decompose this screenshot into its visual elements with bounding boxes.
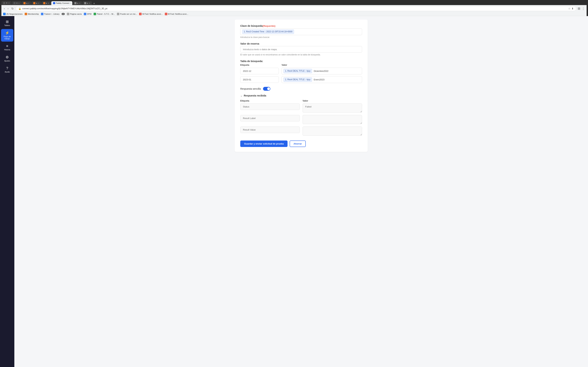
valor-chip-field-1[interactable]: 1. Res4 DEAL TITLE：kjuy Diciembre2022	[282, 68, 362, 75]
result-label-status	[240, 103, 300, 113]
lookup-table-section: Tabla de búsqueda: Etiqueta Valor 1. Res…	[240, 60, 362, 83]
save-button[interactable]: Ahorrar	[290, 141, 306, 147]
tab-7[interactable]: a✕	[73, 1, 82, 5]
result-value-status: Failed	[303, 103, 362, 113]
lookup-row-1: 1. Res4 DEAL TITLE：kjuy Diciembre2022	[240, 68, 362, 75]
search-key-hint: Introduzca la clave para buscar.	[240, 36, 362, 38]
sidebar-item-flujos[interactable]: ⚡ Flujos de trabajo	[1, 29, 13, 42]
result-col-header-valor: Valor	[303, 100, 362, 102]
valor-text-2: Enero2023	[314, 78, 324, 81]
result-row-label	[240, 115, 362, 125]
address-icons: ☆ ⬇	[568, 7, 574, 10]
valor-chip-field-2[interactable]: 1. Res4 DEAL TITLE：kjuy Enero2023	[282, 76, 362, 83]
bookmark-24[interactable]: 24	[62, 13, 65, 15]
tab-3[interactable]: a✕	[22, 1, 31, 5]
result-value-value	[303, 126, 362, 136]
result-col-header-etiqueta: Etiqueta	[240, 100, 300, 102]
respuesta-sencilla-row: Respuesta sencilla	[240, 87, 362, 91]
forward-button[interactable]: ›	[7, 6, 9, 11]
button-row: Guardar y enviar solicitud de prueba Aho…	[240, 141, 362, 147]
tab-close[interactable]: ✕	[8, 2, 10, 4]
tab-4[interactable]: a✕	[32, 1, 41, 5]
tab-1[interactable]: ✕✕	[1, 1, 11, 5]
result-row-value	[240, 126, 362, 136]
star-icon[interactable]: ☆	[568, 7, 571, 10]
browser-chrome: ✕✕ X✕ a✕ a✕ a✕ Pabbly Connect✕ a✕ a✕ + ‹…	[0, 0, 588, 16]
sidebar-item-tablero[interactable]: ⊞ Tablero	[1, 18, 13, 28]
new-tab-button[interactable]: +	[92, 2, 96, 5]
tablero-icon: ⊞	[6, 20, 9, 24]
back-button[interactable]: ‹	[3, 6, 5, 11]
bookmark-negociaciones[interactable]: f (8) Negociaciones	[3, 13, 23, 15]
bookmark-fwd1[interactable]: M M Fwd: Notifica avve...	[139, 13, 163, 15]
etiqueta-field-2	[240, 76, 279, 83]
sidebar-item-ajustes[interactable]: ⚙ Ajustes	[1, 53, 13, 64]
bookmark-pagina-vacia[interactable]: Página vacía	[67, 13, 82, 15]
valor-text-1: Diciembre2022	[314, 70, 329, 72]
search-key-section: Clave de búsqueda(Requerido) 1. Res3 Cre…	[240, 25, 362, 38]
bookmark-fwd2[interactable]: M M Fwd: Notifica avve...	[165, 13, 188, 15]
ayuda-icon: ?	[6, 66, 8, 70]
result-row-status: Failed	[240, 103, 362, 113]
valor-chip-2: 1. Res4 DEAL TITLE：kjuy	[284, 77, 312, 82]
save-and-test-button[interactable]: Guardar y enviar solicitud de prueba	[240, 141, 287, 147]
sidebar: ⊞ Tablero ⚡ Flujos de trabajo ≡ Historia…	[0, 16, 14, 367]
toggle-slider	[263, 87, 270, 91]
result-value-textarea-status: Failed	[303, 103, 362, 113]
search-key-title: Clave de búsqueda(Requerido)	[240, 25, 362, 27]
address-bar-row: ‹ › ↻ 🔒 connect.pabbly.com/workflow/mapp…	[1, 5, 587, 12]
address-bar[interactable]: 🔒 connect.pabbly.com/workflow/mapping/lj…	[16, 6, 576, 11]
tab-8[interactable]: a✕	[82, 1, 92, 5]
result-value-label	[303, 115, 362, 125]
tab-5[interactable]: a✕	[42, 1, 51, 5]
respuesta-sencilla-toggle[interactable]	[263, 87, 270, 91]
bookmark-puede[interactable]: Puede ser un me...	[117, 13, 137, 15]
menu-icon[interactable]: ⋮	[582, 7, 585, 10]
reserve-value-section: Valor de reserva El valor que se usará s…	[240, 42, 362, 56]
download-icon[interactable]: ⬇	[571, 7, 574, 10]
chevron-down-icon[interactable]: ⌄	[240, 94, 242, 97]
valor-field-2: 1. Res4 DEAL TITLE：kjuy Enero2023	[282, 76, 362, 83]
result-table-header: Etiqueta Valor	[240, 100, 362, 102]
sidebar-item-ayuda[interactable]: ? Ayuda	[1, 65, 13, 75]
bookmark-membership[interactable]: Membership	[25, 13, 39, 15]
table-header: Etiqueta Valor	[240, 64, 362, 66]
bookmark-spid[interactable]: SPID	[84, 13, 92, 15]
valor-field-1: 1. Res4 DEAL TITLE：kjuy Diciembre2022	[282, 68, 362, 75]
result-label-input-value	[240, 126, 300, 133]
form-card: Clave de búsqueda(Requerido) 1. Res3 Cre…	[235, 20, 368, 152]
sidebar-item-historia[interactable]: ≡ Historia	[1, 42, 13, 53]
col-header-valor: Valor	[282, 64, 362, 66]
respuesta-recibida-section: ⌄ Respuesta recibida Etiqueta Valor Fail…	[240, 94, 362, 136]
extensions-icon[interactable]: ⊞	[578, 7, 580, 10]
col-header-etiqueta: Etiqueta	[240, 64, 279, 66]
lookup-table-title: Tabla de búsqueda:	[240, 60, 362, 63]
reserve-value-title: Valor de reserva	[240, 42, 362, 45]
respuesta-recibida-title: Respuesta recibida	[244, 94, 266, 97]
etiqueta-input-1[interactable]	[240, 68, 279, 74]
respuesta-sencilla-label: Respuesta sencilla	[240, 87, 261, 90]
result-label-input-status	[240, 103, 300, 110]
url-text: connect.pabbly.com/workflow/mapping/ljU3…	[22, 7, 567, 10]
bookmarks-bar: f (8) Negociaciones Membership Trainer+ …	[1, 12, 587, 16]
result-label-value	[240, 126, 300, 136]
bookmark-painel[interactable]: Painel - S.T.C. - M...	[94, 13, 115, 15]
tab-active[interactable]: Pabbly Connect✕	[51, 1, 72, 5]
reload-button[interactable]: ↻	[11, 6, 14, 11]
search-key-input[interactable]: 1. Res3 Created Time：2022-12-29T15:44:18…	[240, 28, 362, 35]
bookmark-trainer-library[interactable]: Trainer+ - Library	[41, 13, 60, 15]
app-container: ⊞ Tablero ⚡ Flujos de trabajo ≡ Historia…	[0, 16, 588, 367]
respuesta-header: ⌄ Respuesta recibida	[240, 94, 362, 97]
tab-bar: ✕✕ X✕ a✕ a✕ a✕ Pabbly Connect✕ a✕ a✕ +	[1, 1, 587, 5]
reserve-value-input[interactable]	[240, 46, 362, 53]
result-value-textarea-label	[303, 115, 362, 124]
ajustes-icon: ⚙	[6, 55, 9, 59]
tab-2[interactable]: X✕	[12, 1, 21, 5]
flujos-icon: ⚡	[5, 31, 9, 35]
valor-chip-1: 1. Res4 DEAL TITLE：kjuy	[284, 69, 312, 73]
result-value-textarea-value	[303, 126, 362, 136]
etiqueta-field-1	[240, 68, 279, 74]
etiqueta-input-2[interactable]	[240, 76, 279, 83]
lookup-row-2: 1. Res4 DEAL TITLE：kjuy Enero2023	[240, 76, 362, 83]
search-key-chip: 1. Res3 Created Time：2022-12-29T15:44:18…	[242, 30, 294, 34]
